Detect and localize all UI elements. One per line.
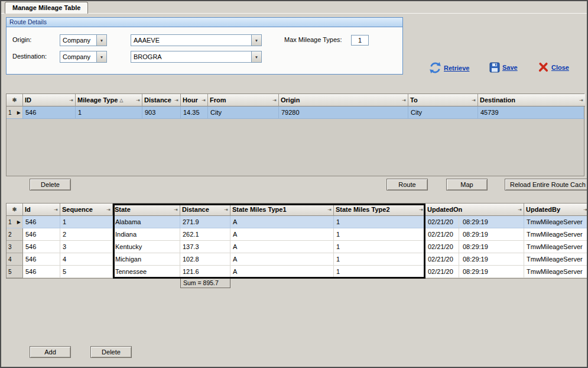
cell-id[interactable]: 546 — [23, 241, 60, 253]
state-grid-row[interactable]: 3 546 3 Kentucky 137.3 A 1 02/21/20 08:2… — [7, 241, 588, 253]
column-header-updated-on[interactable]: UpdatedOn ⇥ — [425, 204, 524, 216]
column-header-to[interactable]: To ⇥ — [408, 94, 478, 106]
chevron-down-icon[interactable]: ▼ — [251, 35, 261, 46]
column-header-id[interactable]: Id ⇥ — [23, 204, 60, 216]
column-header-state-miles-type2[interactable]: State Miles Type2 ⇥ — [334, 204, 425, 216]
column-header-distance[interactable]: Distance ⇥ — [142, 94, 181, 106]
cell-id[interactable]: 546 — [23, 228, 60, 241]
cell-state[interactable]: Tennessee — [113, 266, 180, 278]
chevron-down-icon[interactable]: ▼ — [251, 51, 261, 62]
column-header-origin[interactable]: Origin ⇥ — [279, 94, 408, 106]
origin-type-dropdown[interactable]: Company ▼ — [60, 34, 107, 46]
cell-state-miles-type1[interactable]: A — [230, 216, 334, 228]
cell-distance[interactable]: 121.6 — [180, 266, 230, 278]
cell-state[interactable]: Michigan — [113, 253, 180, 266]
cell-updated-on[interactable]: 02/21/20 08:29:19 — [425, 241, 524, 253]
delete-route-button[interactable]: Delete — [30, 179, 71, 191]
cell-id[interactable]: 546 — [23, 266, 60, 278]
row-header[interactable]: 1 ▶ — [7, 216, 23, 228]
column-header-state[interactable]: State ⇥ — [113, 204, 180, 216]
cell-state-miles-type2[interactable]: 1 — [334, 241, 425, 253]
state-grid-row[interactable]: 4 546 4 Michigan 102.8 A 1 02/21/20 08:2… — [7, 253, 588, 266]
retrieve-button[interactable]: Retrieve — [429, 62, 469, 74]
cell-origin[interactable]: 79280 — [279, 106, 408, 119]
cell-state-miles-type2[interactable]: 1 — [334, 228, 425, 241]
cell-state[interactable]: Indiana — [113, 228, 180, 241]
destination-value-dropdown[interactable]: BROGRA ▼ — [131, 51, 262, 63]
cell-sequence[interactable]: 2 — [60, 228, 113, 241]
origin-value-dropdown[interactable]: AAAEVE ▼ — [131, 34, 262, 46]
cell-destination[interactable]: 45739 — [478, 106, 585, 119]
add-button[interactable]: Add — [30, 346, 71, 358]
grid-options-button[interactable]: ✱ — [7, 204, 23, 216]
cell-state-miles-type1[interactable]: A — [230, 253, 334, 266]
cell-state-miles-type2[interactable]: 1 — [334, 253, 425, 266]
cell-state-miles-type1[interactable]: A — [230, 241, 334, 253]
cell-distance[interactable]: 903 — [142, 106, 181, 119]
cell-updated-on[interactable]: 02/21/20 08:29:19 — [425, 216, 524, 228]
max-mileage-input[interactable] — [351, 35, 369, 46]
map-button[interactable]: Map — [446, 179, 488, 191]
cell-sequence[interactable]: 1 — [60, 216, 113, 228]
close-button[interactable]: Close — [538, 62, 569, 73]
column-header-state-miles-type1[interactable]: State Miles Type1 ⇥ — [230, 204, 334, 216]
row-header[interactable]: 1 ▶ — [7, 106, 23, 119]
cell-sequence[interactable]: 5 — [60, 266, 113, 278]
state-grid-row[interactable]: 5 546 5 Tennessee 121.6 A 1 02/21/20 08:… — [7, 266, 588, 278]
column-header-from[interactable]: From ⇥ — [208, 94, 279, 106]
tab-manage-mileage-table[interactable]: Manage Mileage Table — [5, 2, 88, 14]
cell-state-miles-type1[interactable]: A — [230, 228, 334, 241]
save-button[interactable]: Save — [489, 62, 518, 73]
cell-state[interactable]: Kentucky — [113, 241, 180, 253]
cell-to[interactable]: City — [408, 106, 478, 119]
cell-mileage-type[interactable]: 1 — [76, 106, 142, 119]
cell-id[interactable]: 546 — [23, 106, 76, 119]
row-header[interactable]: 2 — [7, 228, 23, 241]
cell-sequence[interactable]: 4 — [60, 253, 113, 266]
cell-state[interactable]: Alabama — [113, 216, 180, 228]
state-grid-row[interactable]: 1 ▶ 546 1 Alabama 271.9 A 1 02/21/20 08:… — [7, 216, 588, 228]
column-header-id[interactable]: ID ⇥ — [23, 94, 76, 106]
cell-updated-on[interactable]: 02/21/20 08:29:19 — [425, 266, 524, 278]
cell-sequence[interactable]: 3 — [60, 241, 113, 253]
cell-updated-by[interactable]: TmwMileageServer — [524, 216, 588, 228]
cell-state-miles-type2[interactable]: 1 — [334, 266, 425, 278]
destination-type-dropdown[interactable]: Company ▼ — [60, 51, 107, 63]
cell-from[interactable]: City — [208, 106, 279, 119]
chevron-down-icon[interactable]: ▼ — [96, 35, 106, 46]
column-header-destination[interactable]: Destination ⇥ — [478, 94, 585, 106]
cell-updated-by[interactable]: TmwMileageServer — [524, 253, 588, 266]
tab-strip: Manage Mileage Table — [1, 1, 587, 14]
delete-state-button[interactable]: Delete — [90, 346, 132, 358]
column-header-mileage-type[interactable]: Mileage Type △ ⇥ — [76, 94, 142, 106]
column-header-updated-by[interactable]: UpdatedBy ⇥ — [524, 204, 588, 216]
reload-route-cache-button[interactable]: Reload Entire Route Cach — [505, 179, 588, 191]
cell-hour[interactable]: 14.35 — [181, 106, 208, 119]
cell-updated-on[interactable]: 02/21/20 08:29:19 — [425, 253, 524, 266]
cell-updated-by[interactable]: TmwMileageServer — [524, 241, 588, 253]
row-header[interactable]: 3 — [7, 241, 23, 253]
column-filter-icon: ⇥ — [401, 98, 406, 103]
chevron-down-icon[interactable]: ▼ — [96, 51, 106, 62]
column-header-distance[interactable]: Distance ⇥ — [180, 204, 230, 216]
column-filter-icon: ⇥ — [582, 207, 587, 212]
cell-distance[interactable]: 271.9 — [180, 216, 230, 228]
row-header[interactable]: 5 — [7, 266, 23, 278]
column-header-sequence[interactable]: Sequence ⇥ — [60, 204, 113, 216]
route-grid-row[interactable]: 1 ▶ 546 1 903 14.35 City 79280 City 4573… — [7, 106, 584, 119]
state-grid-row[interactable]: 2 546 2 Indiana 262.1 A 1 02/21/20 08:29… — [7, 228, 588, 241]
cell-id[interactable]: 546 — [23, 253, 60, 266]
grid-options-button[interactable]: ✱ — [7, 94, 23, 106]
cell-updated-on[interactable]: 02/21/20 08:29:19 — [425, 228, 524, 241]
cell-updated-by[interactable]: TmwMileageServer — [524, 228, 588, 241]
row-header[interactable]: 4 — [7, 253, 23, 266]
cell-distance[interactable]: 262.1 — [180, 228, 230, 241]
cell-distance[interactable]: 102.8 — [180, 253, 230, 266]
cell-id[interactable]: 546 — [23, 216, 60, 228]
cell-state-miles-type2[interactable]: 1 — [334, 216, 425, 228]
column-header-hour[interactable]: Hour ⇥ — [181, 94, 208, 106]
cell-state-miles-type1[interactable]: A — [230, 266, 334, 278]
cell-updated-by[interactable]: TmwMileageServer — [524, 266, 588, 278]
route-button[interactable]: Route — [386, 179, 428, 191]
cell-distance[interactable]: 137.3 — [180, 241, 230, 253]
